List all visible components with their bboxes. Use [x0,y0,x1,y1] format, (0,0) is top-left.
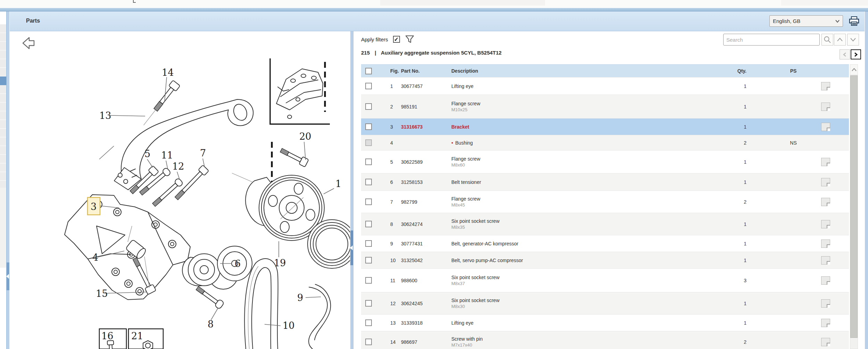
back-arrow-icon[interactable] [23,38,34,49]
part-no-cell: 31316673 [401,124,451,130]
print-button[interactable] [849,16,860,27]
description-text: Six point socket screw [451,298,500,303]
part-no-cell: 30622589 [401,159,451,165]
panel-splitter[interactable] [350,31,353,349]
search-prev-button[interactable] [834,34,846,46]
row-checkbox[interactable] [365,240,372,247]
left-rail-active-item[interactable] [0,76,6,85]
prev-page-button[interactable] [840,49,850,59]
row-checkbox[interactable] [365,198,372,205]
select-all-checkbox[interactable] [365,68,372,74]
table-row-11[interactable]: 11 988600 Six point socket screw M8x37 3 [361,268,849,292]
qty-cell: 3 [707,278,752,283]
table-row-2[interactable]: 2 985191 Flange screw M10x25 1 [361,95,849,118]
col-description: Description [451,68,707,74]
table-row-7[interactable]: 7 982799 Flange screw M8x45 2 [361,190,849,213]
filters-row: Apply filters ✓ [361,34,415,44]
note-icon[interactable] [821,240,830,248]
diagram-callout-13[interactable]: 13 [99,110,111,121]
note-icon[interactable] [821,158,830,166]
scrollbar-thumb[interactable] [850,75,858,338]
row-checkbox[interactable] [365,257,372,263]
parts-diagram[interactable]: 14 13 5 11 12 7 20 1 3 4 15 6 19 8 9 10 … [10,31,350,349]
diagram-callout-5[interactable]: 5 [144,148,150,159]
note-icon[interactable] [821,299,830,308]
table-row-10[interactable]: 10 31325042 Belt, servo pump-AC compress… [361,252,849,268]
row-checkbox[interactable] [365,339,372,345]
search-button[interactable] [821,34,833,46]
language-select[interactable]: English, GB [769,15,843,27]
row-checkbox[interactable] [365,83,372,89]
bullet: • [451,140,453,146]
diagram-callout-3[interactable]: 3 [91,201,97,212]
search-input[interactable] [723,34,820,46]
diagram-callout-20[interactable]: 20 [299,131,311,142]
diagram-callout-14[interactable]: 14 [162,67,174,78]
filter-funnel-icon[interactable] [405,34,415,44]
note-icon[interactable] [821,198,830,206]
fig-cell: 13 [376,320,401,326]
note-icon[interactable] [821,178,830,186]
description-sub: M8x30 [451,304,707,309]
diagram-callout-11[interactable]: 11 [161,150,173,161]
table-row-1[interactable]: 1 30677457 Lifting eye 1 [361,77,849,95]
scrollbar-up-button[interactable] [850,65,858,75]
diagram-callout-8[interactable]: 8 [208,319,214,330]
diagram-callout-16[interactable]: 16 [101,331,113,341]
table-scrollbar[interactable] [850,64,858,349]
note-icon[interactable] [821,338,830,346]
diagram-callout-4[interactable]: 4 [92,252,98,263]
row-checkbox[interactable] [365,277,372,284]
left-rail[interactable] [0,24,6,188]
row-checkbox[interactable] [365,319,372,326]
qty-cell: 1 [707,241,752,246]
row-checkbox[interactable] [365,123,372,130]
note-icon[interactable] [821,82,830,90]
diagram-callout-12[interactable]: 12 [172,161,184,172]
row-checkbox[interactable] [365,300,372,307]
diagram-callout-6[interactable]: 6 [235,258,241,269]
table-row-3-selected[interactable]: 3 31316673 Bracket 1 [361,118,849,135]
diagram-callout-1[interactable]: 1 [335,178,341,189]
diagram-callout-10[interactable]: 10 [283,320,294,331]
search-next-button[interactable] [847,34,859,46]
note-icon[interactable] [821,319,830,327]
row-checkbox[interactable] [365,179,372,185]
diagram-callout-21[interactable]: 21 [131,331,143,341]
diagram-callout-7[interactable]: 7 [200,148,206,159]
table-row-14[interactable]: 14 986697 Screw with pin M7x17x40 2 [361,331,849,349]
qty-cell: 2 [707,199,752,205]
left-splitter-handle[interactable] [7,262,9,290]
diagram-callout-19[interactable]: 19 [274,258,286,268]
note-icon[interactable] [821,256,830,265]
fig-cell: 6 [376,179,401,185]
description-text: Flange screw [451,101,480,106]
description-cell: Belt, servo pump-AC compressor [451,258,707,263]
table-row-8[interactable]: 8 30624274 Six point socket screw M8x35 … [361,213,849,235]
note-icon[interactable] [821,103,830,111]
table-row-13[interactable]: 13 31339318 Lifting eye 1 [361,314,849,331]
window-top-border [0,8,868,11]
description-text: Belt tensioner [451,179,481,185]
apply-filters-checkbox[interactable]: ✓ [393,36,400,43]
description-cell: Six point socket screw M8x35 [451,218,707,230]
next-page-button[interactable] [851,49,861,59]
note-icon[interactable] [821,123,830,131]
table-row-5[interactable]: 5 30622589 Flange screw M8x60 1 [361,150,849,173]
row-checkbox[interactable] [365,103,372,110]
row-checkbox[interactable] [365,159,372,165]
table-row-12[interactable]: 12 30624245 Six point socket screw M8x30… [361,292,849,314]
row-checkbox[interactable] [365,221,372,227]
left-splitter[interactable] [6,11,10,349]
table-row-4[interactable]: 4 •Bushing 2 NS [361,135,849,150]
diagram-callout-15[interactable]: 15 [96,288,108,299]
printer-icon [849,16,860,27]
note-icon[interactable] [821,276,830,285]
description-cell: Belt, generator-AC kompressor [451,241,707,246]
description-cell: •Bushing [451,140,707,146]
table-row-6[interactable]: 6 31258153 Belt tensioner 1 [361,173,849,190]
panel-splitter-handle[interactable] [350,230,353,265]
diagram-callout-9[interactable]: 9 [297,292,303,303]
note-icon[interactable] [821,220,830,228]
table-row-9[interactable]: 9 30777431 Belt, generator-AC kompressor… [361,235,849,252]
